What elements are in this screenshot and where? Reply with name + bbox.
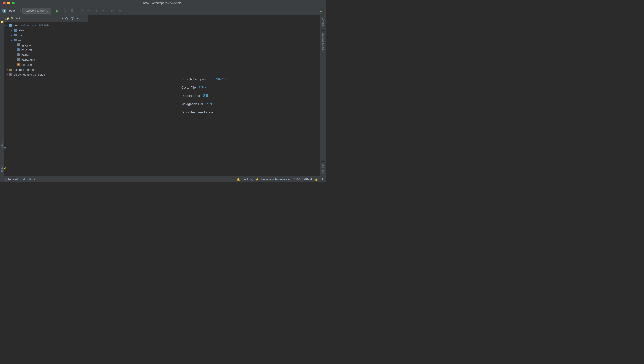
- rerun-button[interactable]: [86, 8, 92, 14]
- separator2: [53, 9, 53, 13]
- jrebel-icon: ⚡: [3, 165, 7, 172]
- main-layout: 📁 Project 2: Favorites ★ JRebel ⚡ 📁 Proj…: [0, 15, 326, 176]
- lf-item[interactable]: LF: [321, 178, 324, 181]
- jrebel-log-label: JRebel remote servers log: [260, 178, 291, 181]
- traffic-lights[interactable]: [3, 2, 14, 5]
- tree-item-scratches[interactable]: ▼ Scratches and Consoles: [4, 72, 88, 77]
- editor-area: Search Everywhere Double ⇧ Go to File ⇧⌘…: [88, 15, 320, 176]
- tree-item-ext-libs[interactable]: ▼ External Libraries: [4, 67, 88, 72]
- project-header: 📁 Project ▾ ⚙ −: [4, 15, 88, 22]
- title-bar: beta [~/Workspace/JAVA/beta]: [0, 0, 326, 6]
- separator4: [108, 9, 108, 13]
- recent-hint-label: Recent Files: [181, 94, 200, 98]
- open-project-button[interactable]: [110, 8, 116, 14]
- arrow-ext-libs: ▼: [5, 68, 9, 71]
- left-tab-favorites[interactable]: 2: Favorites ★: [0, 140, 4, 158]
- hide-icon[interactable]: −: [82, 16, 86, 21]
- svg-rect-19: [18, 53, 20, 56]
- file-tree: ▼ beta ~/Workspace/JAVA/beta ▼: [4, 22, 88, 176]
- minimize-button[interactable]: [7, 2, 10, 5]
- project-panel: 📁 Project ▾ ⚙ − ▼: [4, 15, 88, 176]
- svg-rect-20: [18, 58, 20, 61]
- build-button[interactable]: [79, 8, 84, 14]
- arrow-scratches: ▼: [5, 73, 9, 76]
- svg-rect-7: [111, 10, 114, 12]
- root-folder-icon: [9, 24, 12, 27]
- event-log-item[interactable]: 🔔 Event Log: [237, 178, 253, 181]
- encoding-item[interactable]: 🔒: [314, 178, 318, 181]
- scratches-icon: [9, 73, 12, 76]
- left-tab-jrebel[interactable]: JRebel ⚡: [0, 163, 4, 176]
- left-tab-strip: 📁 Project 2: Favorites ★ JRebel ⚡: [0, 15, 4, 176]
- gear-icon[interactable]: ⚙: [76, 16, 80, 21]
- svg-rect-23: [10, 69, 12, 71]
- event-log-label: Event Log: [241, 178, 253, 181]
- bottom-status: 🔔 Event Log ⚡ JRebel remote servers log …: [237, 178, 324, 181]
- svg-rect-5: [71, 10, 73, 12]
- beta-iml-label: beta.iml: [22, 48, 32, 52]
- root-path: ~/Workspace/JAVA/beta: [21, 24, 50, 27]
- search-everywhere-button[interactable]: [117, 8, 123, 14]
- arrow-src: ▼: [10, 38, 14, 42]
- project-dropdown[interactable]: ▾: [62, 17, 63, 20]
- gitignore-label: .gitignore: [22, 43, 33, 47]
- todo-tab[interactable]: ☑ 6: TODO: [20, 177, 38, 182]
- filter-icon[interactable]: [70, 16, 75, 21]
- goto-hint: Go to File ⇧⌘N: [181, 86, 206, 89]
- tree-item-mvnw[interactable]: mvnw: [4, 52, 88, 57]
- maximize-button[interactable]: [12, 2, 14, 5]
- left-tab-project[interactable]: 📁 Project: [0, 15, 4, 28]
- toolbar: β beta Add Configuration... ▶: [0, 6, 326, 15]
- stop-button[interactable]: [69, 8, 75, 14]
- window-title: beta [~/Workspace/JAVA/beta]: [143, 1, 182, 5]
- ext-libs-label: External Libraries: [14, 68, 36, 71]
- favorites-icon: ★: [3, 142, 7, 154]
- bottom-bar: ⬛ Terminal ☑ 6: TODO 🔔 Event Log ⚡ JRebe…: [0, 176, 326, 182]
- pom-xml-label: pom.xml: [22, 63, 32, 67]
- add-configuration-button[interactable]: Add Configuration...: [22, 8, 51, 14]
- right-tab-ant[interactable]: Ant Build: [321, 161, 325, 176]
- line-count: 1762 of 2014M: [294, 178, 312, 181]
- terminal-tab[interactable]: ⬛ Terminal: [2, 177, 20, 182]
- tree-item-src[interactable]: ▼ src: [4, 38, 88, 43]
- folder-icon: 📁: [6, 17, 10, 20]
- arrow-idea: ▼: [10, 29, 14, 32]
- tree-item-gitignore[interactable]: .gitignore: [4, 43, 88, 48]
- todo-label: 6: TODO: [26, 178, 36, 181]
- separator3: [77, 9, 77, 13]
- terminal-icon: ⬛: [4, 178, 7, 181]
- tree-item-root[interactable]: ▼ beta ~/Workspace/JAVA/beta: [4, 23, 88, 28]
- arrow-root: ▼: [5, 24, 9, 27]
- tree-item-pom-xml[interactable]: X pom.xml: [4, 62, 88, 67]
- git-fetch-button[interactable]: [318, 8, 324, 14]
- close-button[interactable]: [3, 2, 6, 5]
- svg-rect-10: [9, 24, 10, 25]
- recent-hint-shortcut: ⌘E: [202, 94, 208, 97]
- right-tab-maven[interactable]: Maven Projects: [321, 31, 325, 52]
- drop-hint-label: Drop files here to open: [181, 110, 215, 114]
- debug-button[interactable]: [62, 8, 68, 14]
- app-name: beta: [9, 9, 15, 12]
- coverage-button[interactable]: [93, 8, 99, 14]
- right-sidebar: Database Maven Projects Ant Build: [320, 15, 326, 176]
- svg-rect-18: [18, 48, 20, 51]
- sync-icon[interactable]: [64, 16, 69, 21]
- tree-item-mvnw-cmd[interactable]: mvnw.cmd: [4, 57, 88, 62]
- run-button[interactable]: ▶: [55, 8, 60, 14]
- tree-item-idea[interactable]: ▼ .idea: [4, 28, 88, 33]
- todo-icon: ☑: [22, 178, 25, 181]
- tree-item-mvn[interactable]: ▼ .mvn: [4, 33, 88, 38]
- folder-src-icon: [14, 38, 17, 42]
- encoding-icon: 🔒: [314, 178, 318, 181]
- svg-rect-4: [64, 11, 65, 12]
- mvnw-label: mvnw: [22, 53, 29, 57]
- search-hint-shortcut: Double ⇧: [213, 77, 227, 81]
- right-tab-database[interactable]: Database: [321, 15, 325, 31]
- jrebel-log-item[interactable]: ⚡ JRebel remote servers log: [256, 178, 291, 181]
- project-panel-title: Project: [11, 17, 60, 20]
- profile-button[interactable]: [100, 8, 106, 14]
- event-log-icon: 🔔: [237, 178, 240, 181]
- tree-item-beta-iml[interactable]: beta.iml: [4, 48, 88, 52]
- file-mvnw-icon: [17, 53, 20, 57]
- recent-hint: Recent Files ⌘E: [181, 94, 208, 98]
